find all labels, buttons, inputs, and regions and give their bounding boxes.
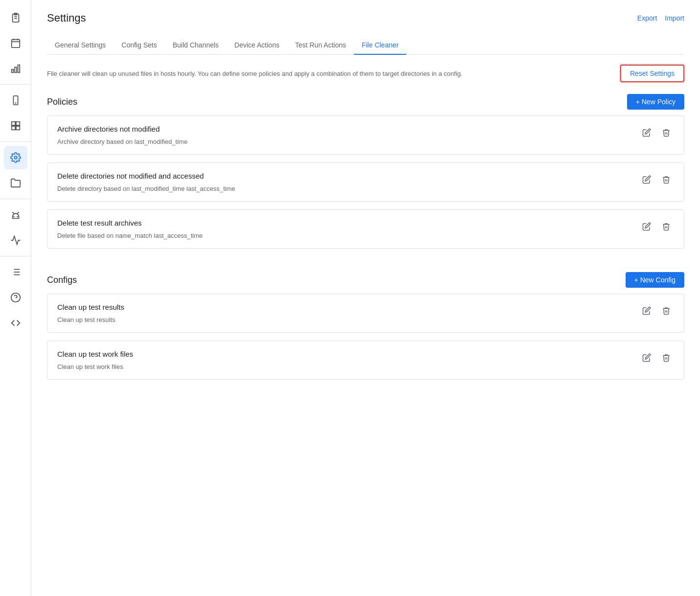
policy-card-0-content: Archive directories not modified Archive…	[57, 125, 639, 145]
description-bar: File cleaner will clean up unused files …	[47, 65, 684, 82]
policy-card-2-actions	[639, 219, 674, 234]
sidebar-item-list[interactable]	[4, 260, 27, 284]
config-card-0-subtitle: Clean up test results	[57, 316, 639, 323]
export-link[interactable]: Export	[637, 14, 657, 22]
sidebar-item-settings[interactable]	[4, 146, 27, 169]
sidebar-divider-2	[0, 141, 31, 142]
svg-rect-8	[11, 69, 13, 72]
policy-card-1-content: Delete directories not modified and acce…	[57, 172, 639, 192]
import-link[interactable]: Import	[665, 14, 684, 22]
sidebar-item-calendar[interactable]	[4, 31, 27, 55]
sidebar-item-android[interactable]	[4, 203, 27, 227]
tab-general-settings[interactable]: General Settings	[47, 36, 114, 55]
policies-section-title: Policies	[47, 97, 77, 107]
sidebar-divider-4	[0, 256, 31, 256]
policy-card-1-subtitle: Delete directory based on last_modified_…	[57, 185, 639, 192]
svg-point-18	[13, 216, 14, 217]
policy-card-1-delete-button[interactable]	[658, 172, 674, 187]
page-title: Settings	[47, 12, 86, 24]
svg-rect-16	[16, 126, 19, 130]
svg-rect-4	[11, 40, 20, 48]
config-card-0-content: Clean up test results Clean up test resu…	[57, 303, 639, 323]
sidebar-item-folder[interactable]	[4, 171, 27, 195]
configs-section-title: Configs	[47, 275, 77, 285]
main-content: Settings Export Import General Settings …	[31, 0, 700, 596]
policy-card-0-title: Archive directories not modified	[57, 125, 639, 133]
svg-rect-9	[15, 67, 17, 72]
config-card-0-delete-button[interactable]	[658, 303, 674, 319]
svg-rect-15	[11, 126, 15, 130]
sidebar-divider-3	[0, 199, 31, 199]
svg-rect-13	[11, 122, 15, 125]
tab-config-sets[interactable]: Config Sets	[114, 36, 164, 55]
config-card-1-delete-button[interactable]	[658, 350, 674, 366]
policy-card-2-edit-button[interactable]	[639, 219, 654, 234]
svg-line-20	[12, 212, 14, 214]
config-card-0-actions	[639, 303, 674, 319]
description-text: File cleaner will clean up unused files …	[47, 70, 612, 77]
sidebar-item-monitor[interactable]	[4, 229, 27, 252]
policy-card-1-edit-button[interactable]	[639, 172, 654, 187]
policy-card-2-title: Delete test result archives	[57, 219, 639, 227]
sidebar	[0, 0, 31, 596]
config-card-1-content: Clean up test work files Clean up test w…	[57, 350, 639, 370]
reset-settings-button[interactable]: Reset Settings	[620, 65, 684, 82]
configs-section-header: Configs + New Config	[47, 272, 684, 288]
policy-card-0-delete-button[interactable]	[658, 125, 674, 140]
config-card-1-edit-button[interactable]	[639, 350, 654, 366]
config-card-0: Clean up test results Clean up test resu…	[47, 294, 684, 333]
policy-card-0-edit-button[interactable]	[639, 125, 654, 140]
page-header: Settings Export Import	[47, 12, 684, 24]
policy-card-0-subtitle: Archive directory based on last_modified…	[57, 138, 639, 145]
policy-card-2-delete-button[interactable]	[658, 219, 674, 234]
policies-section: Policies + New Policy Archive directorie…	[47, 94, 684, 256]
svg-rect-10	[18, 65, 20, 73]
sidebar-item-phone[interactable]	[4, 89, 27, 112]
new-policy-button[interactable]: + New Policy	[627, 94, 684, 110]
svg-point-19	[17, 216, 18, 217]
config-card-0-edit-button[interactable]	[639, 303, 654, 319]
config-card-1-subtitle: Clean up test work files	[57, 363, 639, 370]
svg-point-17	[14, 156, 17, 159]
policy-card-2-content: Delete test result archives Delete file …	[57, 219, 639, 239]
policy-card-0: Archive directories not modified Archive…	[47, 115, 684, 155]
sidebar-divider-1	[0, 84, 31, 85]
policy-card-0-actions	[639, 125, 674, 140]
policy-card-2: Delete test result archives Delete file …	[47, 209, 684, 249]
policy-card-1: Delete directories not modified and acce…	[47, 162, 684, 202]
sidebar-item-layers[interactable]	[4, 114, 27, 138]
config-card-1-actions	[639, 350, 674, 366]
tab-build-channels[interactable]: Build Channels	[165, 36, 227, 55]
sidebar-item-code[interactable]	[4, 311, 27, 335]
config-card-1: Clean up test work files Clean up test w…	[47, 341, 684, 380]
configs-section: Configs + New Config Clean up test resul…	[47, 272, 684, 388]
sidebar-item-clipboard[interactable]	[4, 6, 27, 29]
config-card-0-title: Clean up test results	[57, 303, 639, 311]
policies-section-header: Policies + New Policy	[47, 94, 684, 110]
header-actions: Export Import	[637, 14, 684, 22]
tab-bar: General Settings Config Sets Build Chann…	[47, 36, 684, 55]
policy-card-1-title: Delete directories not modified and acce…	[57, 172, 639, 180]
svg-rect-14	[16, 122, 19, 125]
new-config-button[interactable]: + New Config	[626, 272, 684, 288]
policy-card-2-subtitle: Delete file based on name_match last_acc…	[57, 232, 639, 239]
config-card-1-title: Clean up test work files	[57, 350, 639, 358]
policy-card-1-actions	[639, 172, 674, 187]
sidebar-item-chart[interactable]	[4, 57, 27, 80]
svg-line-21	[17, 212, 19, 214]
sidebar-item-help[interactable]	[4, 286, 27, 309]
tab-device-actions[interactable]: Device Actions	[227, 36, 287, 55]
tab-test-run-actions[interactable]: Test Run Actions	[287, 36, 354, 55]
tab-file-cleaner[interactable]: File Cleaner	[354, 36, 406, 55]
